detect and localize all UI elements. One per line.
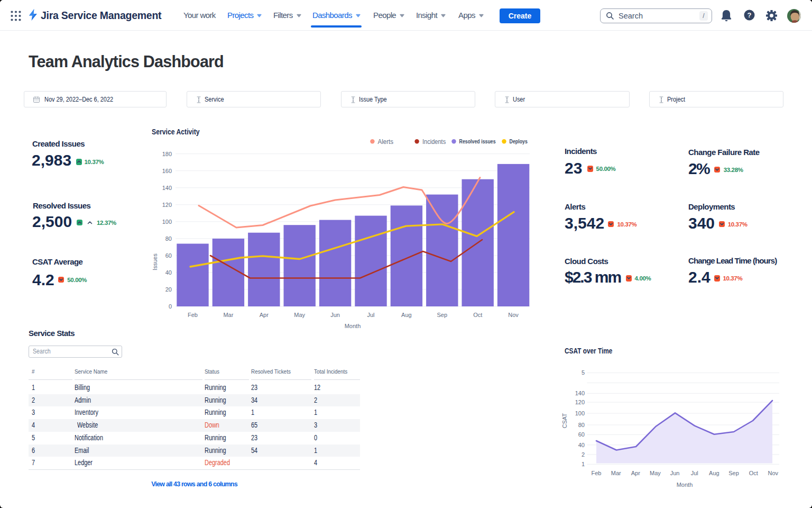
svg-text:Jul: Jul [367,312,374,318]
svg-text:120: 120 [575,399,585,405]
svg-text:Sep: Sep [728,470,739,476]
svg-text:Nov: Nov [768,470,779,476]
svg-text:May: May [294,312,305,318]
svg-text:Feb: Feb [592,470,602,476]
svg-text:120: 120 [162,202,172,208]
svg-text:140: 140 [162,185,172,191]
svg-text:140: 140 [575,390,585,396]
svg-text:Oct: Oct [749,470,758,476]
svg-text:Aug: Aug [709,470,719,476]
svg-text:Apr: Apr [631,470,640,476]
svg-text:Service Activity: Service Activity [152,128,200,136]
svg-text:Alerts: Alerts [378,138,394,146]
svg-text:2: 2 [582,451,585,458]
svg-text:40: 40 [578,442,585,448]
svg-text:Sep: Sep [437,312,448,318]
svg-text:20: 20 [165,286,172,293]
svg-text:60: 60 [578,431,585,438]
svg-text:Aug: Aug [401,312,412,318]
svg-text:40: 40 [165,269,172,276]
svg-text:80: 80 [578,422,585,428]
svg-text:May: May [650,470,661,476]
svg-text:0: 0 [169,303,172,310]
svg-text:Mar: Mar [223,312,233,318]
svg-text:Month: Month [345,323,361,329]
svg-text:Month: Month [677,482,693,488]
svg-text:CSAT over Time: CSAT over Time [565,347,612,355]
svg-text:160: 160 [162,168,172,174]
svg-text:5: 5 [582,369,585,376]
svg-text:Oct: Oct [473,312,482,318]
svg-text:CSAT: CSAT [561,413,568,428]
svg-text:180: 180 [162,151,172,157]
svg-text:Resolved issues: Resolved issues [459,138,496,144]
svg-text:Feb: Feb [188,312,198,318]
svg-text:Mar: Mar [611,470,621,476]
svg-text:Deploys: Deploys [510,138,528,144]
svg-text:100: 100 [575,410,585,416]
svg-text:Apr: Apr [260,312,269,318]
svg-text:Jun: Jun [330,312,340,318]
svg-text:1: 1 [582,461,585,467]
svg-text:?: ? [748,11,752,19]
svg-text:Issues: Issues [152,253,158,270]
svg-text:80: 80 [165,235,172,242]
svg-text:Nov: Nov [508,312,519,318]
svg-text:100: 100 [162,219,172,225]
svg-text:Jun: Jun [670,470,680,476]
svg-text:Jul: Jul [691,470,698,476]
svg-text:Incidents: Incidents [422,138,446,146]
svg-text:60: 60 [165,252,172,259]
